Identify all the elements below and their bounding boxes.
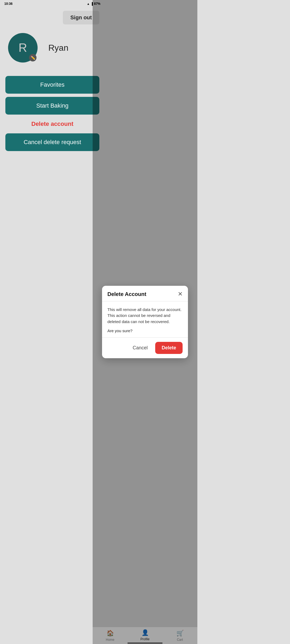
edit-avatar-button[interactable]: ✏️ bbox=[29, 54, 37, 61]
start-baking-button[interactable]: Start Baking bbox=[5, 97, 99, 115]
status-bar: 10:36 ▲ ▐ 87% bbox=[0, 0, 105, 8]
buttons-section: Favorites Start Baking Delete account Ca… bbox=[0, 76, 105, 151]
cancel-delete-request-button[interactable]: Cancel delete request bbox=[5, 133, 99, 151]
profile-name: Ryan bbox=[48, 43, 68, 53]
status-time: 10:36 bbox=[4, 2, 13, 6]
profile-section: R ✏️ Ryan bbox=[0, 28, 105, 71]
avatar-wrap: R ✏️ bbox=[8, 33, 38, 63]
avatar-initial: R bbox=[19, 41, 27, 54]
top-actions: Sign out bbox=[0, 8, 105, 28]
page-content: Sign out R ✏️ Ryan Favorites Start Bakin… bbox=[0, 8, 105, 151]
modal-overlay: Delete Account ✕ This will remove all da… bbox=[93, 0, 105, 226]
wifi-icon: ▲ bbox=[87, 2, 90, 5]
delete-account-button[interactable]: Delete account bbox=[5, 118, 99, 130]
favorites-button[interactable]: Favorites bbox=[5, 76, 99, 94]
